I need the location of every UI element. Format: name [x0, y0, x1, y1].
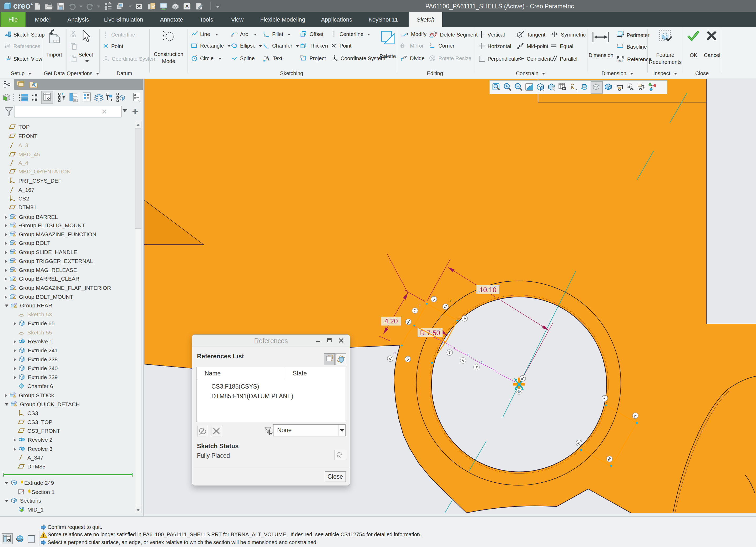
svg-text:REF: REF — [618, 59, 623, 63]
svg-text:10.10: 10.10 — [479, 286, 496, 294]
svg-text:A: A — [185, 4, 189, 9]
svg-text:1: 1 — [419, 304, 421, 308]
svg-text:1: 1 — [467, 353, 469, 357]
svg-text:4.20: 4.20 — [384, 317, 398, 325]
svg-text:1: 1 — [454, 346, 455, 350]
svg-text:A: A — [265, 55, 270, 62]
svg-text:1: 1 — [450, 299, 451, 303]
svg-text:1: 1 — [394, 351, 396, 355]
svg-text:2: 2 — [480, 361, 482, 365]
